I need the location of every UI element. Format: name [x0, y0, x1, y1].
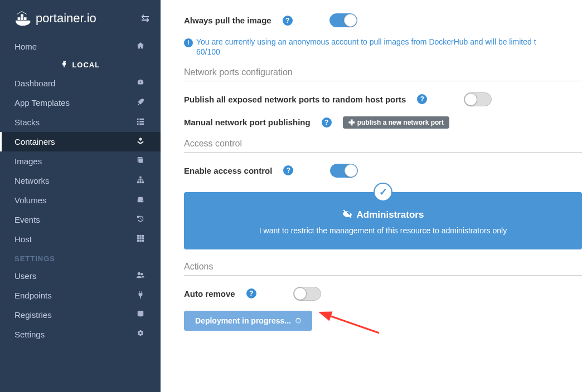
manual-port-label: Manual network port publishing	[184, 117, 311, 127]
help-icon[interactable]: ?	[283, 16, 293, 26]
cogs-icon	[135, 330, 146, 339]
home-icon	[135, 42, 146, 51]
svg-rect-7	[139, 121, 144, 122]
portainer-logo-icon	[14, 10, 31, 27]
auto-remove-label: Auto remove	[184, 289, 235, 298]
dockerhub-info-banner: iYou are currently using an anonymous ac…	[184, 37, 582, 56]
sidebar-item-volumes[interactable]: Volumes	[0, 190, 161, 210]
network-ports-section-title: Network ports configuration	[184, 67, 582, 81]
svg-line-27	[328, 315, 379, 333]
auto-remove-row: Auto remove ?	[184, 287, 582, 301]
sidebar-item-users[interactable]: Users	[0, 266, 161, 286]
main-content: Always pull the image ? iYou are current…	[161, 0, 582, 392]
sidebar-item-events[interactable]: Events	[0, 210, 161, 229]
sidebar: portainer.io ⇆ Home LOCAL DashboardApp T…	[0, 0, 161, 392]
history-icon	[135, 215, 146, 224]
sidebar-item-dashboard[interactable]: Dashboard	[0, 74, 161, 93]
sidebar-item-networks[interactable]: Networks	[0, 171, 161, 190]
gauge-icon	[135, 79, 146, 88]
env-label: LOCAL	[72, 61, 100, 69]
access-control-section-title: Access control	[184, 139, 582, 153]
help-icon[interactable]: ?	[246, 288, 256, 298]
brand-logo[interactable]: portainer.io	[14, 10, 96, 27]
sidebar-item-label: Settings	[14, 330, 45, 339]
sidebar-item-registries[interactable]: Registries	[0, 305, 161, 325]
publish-port-label: publish a new network port	[357, 119, 444, 126]
svg-rect-5	[139, 119, 144, 120]
sidebar-item-label: App Templates	[14, 98, 70, 107]
sidebar-env-header: LOCAL	[0, 56, 161, 74]
always-pull-toggle[interactable]	[329, 13, 357, 27]
plug-icon	[135, 291, 146, 300]
svg-rect-13	[139, 182, 142, 184]
sidebar-item-host[interactable]: Host	[0, 229, 161, 249]
info-ratio: 60/100	[196, 47, 220, 56]
grid-icon	[135, 234, 146, 244]
sidebar-item-label: Dashboard	[14, 79, 55, 88]
actions-section-title: Actions	[184, 262, 582, 276]
rocket-icon	[135, 98, 146, 107]
publish-port-button[interactable]: ✚ publish a new network port	[343, 116, 449, 129]
svg-point-25	[140, 273, 143, 275]
logo-bar: portainer.io ⇆	[0, 0, 161, 37]
svg-rect-14	[142, 182, 144, 184]
info-icon: i	[184, 38, 193, 47]
svg-rect-1	[21, 17, 23, 20]
help-icon[interactable]: ?	[322, 117, 332, 128]
sidebar-item-label: Home	[14, 42, 37, 51]
users-icon	[135, 271, 146, 281]
sidebar-item-endpoints[interactable]: Endpoints	[0, 286, 161, 305]
svg-rect-19	[139, 237, 142, 239]
svg-rect-20	[142, 237, 144, 239]
check-icon: ✓	[374, 183, 392, 202]
svg-rect-8	[137, 124, 139, 125]
svg-rect-21	[137, 240, 139, 242]
svg-point-24	[138, 272, 140, 275]
svg-rect-2	[24, 17, 27, 20]
svg-rect-11	[139, 177, 142, 179]
eye-slash-icon	[342, 209, 352, 222]
always-pull-label: Always pull the image	[184, 16, 271, 25]
enable-access-row: Enable access control ?	[184, 164, 582, 178]
plug-icon	[61, 61, 70, 69]
settings-heading: SETTINGS	[0, 249, 161, 266]
deploy-label: Deployment in progress...	[195, 316, 291, 325]
sidebar-item-stacks[interactable]: Stacks	[0, 112, 161, 132]
publish-all-label: Publish all exposed network ports to ran…	[184, 95, 406, 104]
svg-rect-12	[137, 182, 139, 184]
info-text: You are currently using an anonymous acc…	[196, 37, 536, 46]
database-icon	[135, 310, 146, 320]
svg-rect-17	[142, 235, 144, 237]
svg-rect-6	[137, 121, 139, 122]
hdd-icon	[135, 195, 146, 205]
list-icon	[135, 117, 146, 127]
sidebar-item-label: Images	[14, 156, 42, 166]
publish-all-toggle[interactable]	[464, 92, 492, 106]
clone-icon	[135, 156, 146, 166]
sidebar-item-images[interactable]: Images	[0, 151, 161, 171]
sidebar-item-label: Events	[14, 215, 40, 224]
access-card-title: Administrators	[357, 209, 424, 220]
sidebar-item-home[interactable]: Home	[0, 37, 161, 56]
svg-rect-4	[137, 119, 139, 120]
deploy-button[interactable]: Deployment in progress...	[184, 311, 312, 331]
sidebar-item-label: Stacks	[14, 117, 40, 127]
sidebar-item-settings[interactable]: Settings	[0, 325, 161, 344]
brand-text: portainer.io	[36, 11, 96, 26]
sidebar-item-label: Volumes	[14, 195, 47, 205]
manual-port-row: Manual network port publishing ? ✚ publi…	[184, 116, 582, 129]
sidebar-collapse-icon[interactable]: ⇆	[141, 12, 149, 24]
sidebar-item-label: Networks	[14, 176, 50, 185]
sidebar-item-containers[interactable]: Containers	[0, 132, 161, 151]
plus-icon: ✚	[348, 118, 355, 127]
enable-access-toggle[interactable]	[330, 164, 358, 178]
access-admins-card[interactable]: ✓ Administrators I want to restrict the …	[184, 192, 582, 249]
enable-access-label: Enable access control	[184, 166, 272, 175]
svg-rect-23	[142, 240, 144, 242]
auto-remove-toggle[interactable]	[293, 287, 321, 301]
annotation-arrow	[323, 308, 385, 338]
svg-rect-22	[139, 240, 142, 242]
help-icon[interactable]: ?	[417, 94, 427, 104]
help-icon[interactable]: ?	[283, 165, 293, 175]
sidebar-item-app-templates[interactable]: App Templates	[0, 93, 161, 112]
